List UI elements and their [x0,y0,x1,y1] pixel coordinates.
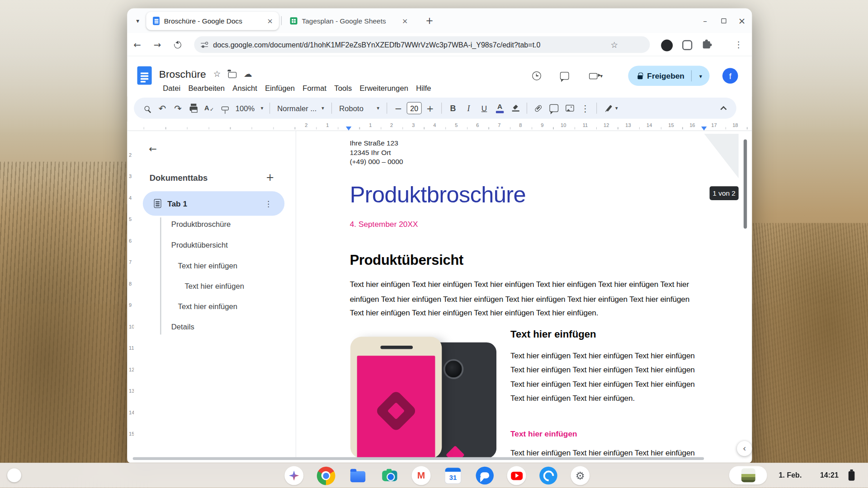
shelf-app-files[interactable] [348,466,367,485]
status-time[interactable]: 14:21 [820,463,839,488]
divider [269,103,270,114]
forward-button[interactable]: → [150,37,165,52]
text-color-button[interactable]: A [493,100,507,116]
menu-hilfe[interactable]: Hilfe [412,83,435,94]
shelf-app-assistant[interactable] [284,466,303,485]
vertical-scrollbar[interactable] [743,131,748,458]
outline-item[interactable]: Text hier einfügen [178,299,238,314]
editing-mode-select[interactable]: ▾ [601,100,625,116]
more-options-button[interactable]: ⋮ [578,100,592,116]
share-button[interactable]: Freigeben ▾ [628,66,709,86]
tab-search-button[interactable]: ▾ [130,13,146,28]
side-panel-toggle-button[interactable]: ‹ [737,441,752,456]
undo-button[interactable]: ↶ [155,100,170,116]
redo-button[interactable]: ↷ [171,100,185,116]
document-tabs-sidebar: ← Dokumenttabs + Tab 1 ⋮ Produktbroschür… [134,131,296,458]
battery-icon[interactable] [849,471,855,481]
shelf-app-calendar[interactable]: 31 [443,466,462,485]
collapse-toolbar-button[interactable] [716,100,731,116]
tab-title: Broschüre - Google Docs [164,17,261,25]
insert-image-button[interactable] [562,100,577,116]
horizontal-scrollbar[interactable] [133,457,704,460]
new-tab-button[interactable]: + [422,13,438,28]
menu-einfuegen[interactable]: Einfügen [261,83,299,94]
search-menus-button[interactable] [139,100,154,116]
paragraph-style-select[interactable]: Normaler ... ▾ [274,100,327,116]
tab-close-icon[interactable]: × [265,16,274,25]
right-indent-marker[interactable] [701,127,707,131]
profile-avatar-extension-icon[interactable] [661,40,673,52]
brochure-phones-image[interactable] [350,330,496,458]
extensions-puzzle-icon[interactable] [703,41,710,48]
docs-logo-icon[interactable] [137,66,152,85]
cloud-status-icon[interactable]: ☁ [244,69,252,79]
menu-bearbeiten[interactable]: Bearbeiten [184,83,229,94]
sidebar-item-tab1[interactable]: Tab 1 ⋮ [143,191,284,216]
underline-button[interactable]: U [477,100,491,116]
version-history-button[interactable] [529,68,545,84]
highlight-color-button[interactable] [508,100,523,116]
tab-sheets[interactable]: Tagesplan - Google Sheets × [283,12,414,30]
zoom-select[interactable]: 100% ▾ [233,100,266,116]
shelf-app-gmail[interactable]: M [412,466,431,485]
spellcheck-button[interactable]: A✓ [202,100,217,116]
comments-button[interactable] [557,68,572,84]
shelf-app-messages[interactable] [475,466,494,485]
launcher-button[interactable] [7,469,21,483]
outline-item[interactable]: Text hier einfügen [184,279,244,295]
outline-item[interactable]: Produktübersicht [171,238,228,253]
ruler-number: 13 [625,122,631,128]
move-folder-icon[interactable] [228,72,236,78]
tab-close-icon[interactable]: × [401,16,410,25]
reload-button[interactable] [170,37,185,52]
star-document-icon[interactable]: ☆ [213,69,221,79]
document-title[interactable]: Broschüre [159,68,206,80]
url-input[interactable]: docs.google.com/document/d/1hohK1MF2eZsB… [194,36,650,53]
italic-button[interactable]: I [461,100,476,116]
browser-menu-button[interactable]: ⋮ [731,37,746,52]
status-date[interactable]: 1. Feb. [779,463,802,488]
window-minimize-button[interactable]: – [697,13,713,28]
shelf-app-canvas[interactable] [539,466,558,485]
font-value: Roboto [339,104,363,113]
bold-button[interactable]: B [446,100,460,116]
add-comment-button[interactable] [547,100,561,116]
menu-erweiterungen[interactable]: Erweiterungen [356,83,412,94]
outline-item[interactable]: Details [171,319,194,335]
outline-item[interactable]: Produktbroschüre [171,217,231,233]
increase-font-size-button[interactable]: + [423,100,437,116]
menu-tools[interactable]: Tools [330,83,356,94]
sidebar-back-button[interactable]: ← [145,141,161,157]
menu-ansicht[interactable]: Ansicht [229,83,261,94]
menu-format[interactable]: Format [299,83,330,94]
tab-options-icon[interactable]: ⋮ [264,191,272,216]
site-info-icon[interactable] [201,42,208,48]
font-size-input[interactable]: 20 [407,102,422,114]
ruler-number: 15 [668,122,674,128]
document-page[interactable]: Ihre Straße 123 12345 Ihr Ort (+49) 000 … [296,131,743,458]
window-close-button[interactable]: × [734,13,750,28]
shelf-app-chrome[interactable] [316,466,335,485]
add-document-tab-button[interactable]: + [262,169,278,185]
outline-item[interactable]: Text hier einfügen [178,258,238,274]
scrollbar-thumb[interactable] [744,139,747,228]
user-avatar[interactable]: f [722,68,738,84]
share-dropdown-icon[interactable]: ▾ [692,73,710,79]
shelf-app-youtube[interactable] [507,466,526,485]
back-button[interactable]: ← [129,37,145,52]
screenshot-notification[interactable] [729,466,767,485]
tab-docs[interactable]: Broschüre - Google Docs × [146,12,279,30]
window-maximize-button[interactable] [716,13,731,28]
decrease-font-size-button[interactable]: − [391,100,406,116]
shelf-app-settings[interactable]: ⚙ [571,466,590,485]
shelf-app-camera[interactable] [380,466,399,485]
paint-format-button[interactable] [217,100,232,116]
extension-icon[interactable] [682,40,692,50]
print-button[interactable] [186,100,201,116]
meet-button[interactable]: ▾ [584,68,608,84]
menu-datei[interactable]: Datei [159,83,184,94]
insert-link-button[interactable] [531,100,546,116]
bookmark-star-icon[interactable]: ☆ [611,40,618,50]
font-select[interactable]: Roboto ▾ [336,100,383,116]
left-indent-marker[interactable] [346,127,351,131]
